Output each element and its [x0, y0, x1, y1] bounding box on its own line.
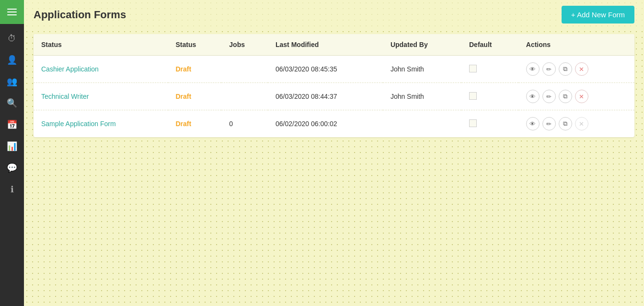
default-checkbox[interactable]	[469, 119, 477, 127]
edit-button[interactable]: ✏	[542, 90, 556, 103]
form-name-link[interactable]: Technical Writer	[41, 93, 89, 100]
form-name-link[interactable]: Cashier Application	[41, 65, 99, 73]
default-checkbox[interactable]	[469, 92, 477, 100]
form-last-modified-cell: 06/03/2020 08:44:37	[268, 83, 383, 110]
copy-button[interactable]: ⧉	[559, 117, 572, 130]
table-header-row: Status Status Jobs Last Modified Updated…	[34, 34, 634, 56]
search-icon[interactable]: 🔍	[2, 94, 22, 113]
clock-icon[interactable]: ⏱	[2, 29, 22, 48]
form-status-cell: Draft	[168, 83, 222, 110]
col-header-status: Status	[168, 34, 222, 56]
delete-button[interactable]: ✕	[575, 90, 588, 103]
view-button[interactable]: 👁	[526, 117, 540, 130]
svg-rect-2	[7, 14, 17, 15]
edit-button[interactable]: ✏	[542, 62, 556, 76]
form-jobs-cell	[221, 56, 268, 83]
status-badge: Draft	[176, 120, 192, 128]
col-header-jobs: Jobs	[221, 34, 268, 56]
form-updated-by-cell: John Smith	[383, 83, 461, 110]
user-icon[interactable]: 👤	[2, 50, 22, 70]
col-header-default: Default	[461, 34, 518, 56]
form-name-link[interactable]: Sample Application Form	[41, 120, 116, 128]
sidebar: ⏱ 👤 👥 🔍 📅 📊 💬 ℹ	[0, 0, 24, 306]
svg-rect-0	[7, 9, 17, 10]
form-name-cell: Cashier Application	[34, 56, 168, 83]
chat-icon[interactable]: 💬	[2, 158, 22, 177]
forms-table-container: Status Status Jobs Last Modified Updated…	[34, 34, 634, 137]
form-jobs-cell	[221, 83, 268, 110]
form-status-cell: Draft	[168, 110, 222, 138]
form-status-cell: Draft	[168, 56, 222, 83]
svg-rect-1	[7, 12, 17, 12]
default-checkbox[interactable]	[469, 65, 477, 72]
view-button[interactable]: 👁	[526, 90, 540, 103]
col-header-updated-by: Updated By	[383, 34, 461, 56]
group-icon[interactable]: 👥	[2, 72, 22, 91]
form-actions-cell: 👁 ✏ ⧉ ✕	[518, 56, 634, 83]
copy-button[interactable]: ⧉	[559, 90, 572, 103]
form-last-modified-cell: 06/03/2020 08:45:35	[268, 56, 383, 83]
add-new-form-button[interactable]: + Add New Form	[562, 6, 634, 24]
form-name-cell: Sample Application Form	[34, 110, 168, 138]
main-content: Application Forms + Add New Form Status …	[24, 0, 644, 306]
info-icon[interactable]: ℹ	[2, 180, 22, 199]
calendar-icon[interactable]: 📅	[2, 115, 22, 134]
form-jobs-cell: 0	[221, 110, 268, 138]
header: Application Forms + Add New Form	[24, 0, 644, 29]
form-default-cell	[461, 83, 518, 110]
table-row: Cashier Application Draft 06/03/2020 08:…	[34, 56, 634, 83]
page-title: Application Forms	[34, 9, 126, 21]
table-row: Sample Application Form Draft 0 06/02/20…	[34, 110, 634, 138]
forms-table: Status Status Jobs Last Modified Updated…	[34, 34, 634, 137]
delete-button: ✕	[575, 117, 588, 130]
col-header-last-modified: Last Modified	[268, 34, 383, 56]
status-badge: Draft	[176, 93, 192, 100]
form-updated-by-cell	[383, 110, 461, 138]
edit-button[interactable]: ✏	[542, 117, 556, 130]
view-button[interactable]: 👁	[526, 62, 540, 76]
form-last-modified-cell: 06/02/2020 06:00:02	[268, 110, 383, 138]
chart-icon[interactable]: 📊	[2, 137, 22, 156]
copy-button[interactable]: ⧉	[559, 62, 572, 76]
table-row: Technical Writer Draft 06/03/2020 08:44:…	[34, 83, 634, 110]
col-header-actions: Actions	[518, 34, 634, 56]
sidebar-toggle[interactable]	[0, 0, 24, 24]
form-default-cell	[461, 56, 518, 83]
form-actions-cell: 👁 ✏ ⧉ ✕	[518, 110, 634, 138]
delete-button[interactable]: ✕	[575, 62, 588, 76]
status-badge: Draft	[176, 65, 192, 73]
form-default-cell	[461, 110, 518, 138]
form-actions-cell: 👁 ✏ ⧉ ✕	[518, 83, 634, 110]
form-updated-by-cell: John Smith	[383, 56, 461, 83]
form-name-cell: Technical Writer	[34, 83, 168, 110]
col-header-name: Status	[34, 34, 168, 56]
